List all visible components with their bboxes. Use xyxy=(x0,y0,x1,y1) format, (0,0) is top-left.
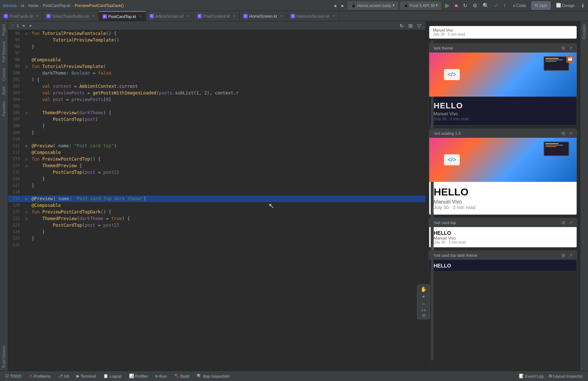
font-hero-img: </> xyxy=(429,138,577,182)
run-status-button[interactable]: ▶ Run xyxy=(153,373,169,379)
font-scaling-open[interactable]: ↗ xyxy=(568,130,574,136)
app-inspection-button[interactable]: 🔍 App Inspection xyxy=(194,373,232,379)
hand-tool-button[interactable]: ✋ xyxy=(418,285,429,293)
git-push[interactable]: ↑ xyxy=(502,2,508,9)
logcat-label: Logcat xyxy=(110,374,122,378)
info-button[interactable]: ℹ xyxy=(580,2,585,9)
zoom-reset-button[interactable]: 1:1 xyxy=(419,308,428,313)
profiler-button[interactable]: 📊 Profiler xyxy=(127,373,150,379)
tab-postcontent-label: PostContent.kt xyxy=(203,14,230,18)
post-top-dark-save[interactable]: ⊞ xyxy=(560,252,566,258)
refresh-preview[interactable]: ↻ xyxy=(398,22,405,29)
code-line-118: 118 xyxy=(8,189,426,195)
run-button[interactable]: ▶ xyxy=(444,1,451,10)
main-content: Project Pull Request Commit Build Favori… xyxy=(0,21,588,371)
event-log-button[interactable]: 📝 Event Log xyxy=(517,373,546,379)
gutter-114[interactable]: ⊟ xyxy=(23,163,30,169)
back-button[interactable]: ◂ xyxy=(332,2,338,9)
dark-theme-save[interactable]: ⊞ xyxy=(560,45,566,51)
code-view-button[interactable]: ≡ Code xyxy=(510,1,530,10)
preview-content[interactable]: Manuel Vivo July 30 · 3 min read Dark th… xyxy=(426,21,580,371)
gutter-94[interactable]: ⊟ xyxy=(23,31,30,36)
tab-interestsscreen[interactable]: K InterestsScreen.kt ✕ xyxy=(287,11,339,21)
tab-postcards-close[interactable]: ✕ xyxy=(36,14,39,18)
design-view-button[interactable]: ⬜ Design xyxy=(553,1,578,10)
tab-selecttopic[interactable]: K SelectTopicButton.kt ✕ xyxy=(43,11,99,21)
code-line-110: 110 xyxy=(8,136,426,143)
emulator-label[interactable]: Emulator xyxy=(581,23,587,40)
post-top-save[interactable]: ⊞ xyxy=(560,220,566,226)
sidebar-build[interactable]: Build xyxy=(1,85,7,96)
search-button[interactable]: 🔍 xyxy=(481,2,490,9)
code-96: } xyxy=(30,43,34,50)
gutter-113[interactable]: ⊟ xyxy=(23,157,30,162)
sidebar-commit[interactable]: Commit xyxy=(1,67,7,82)
kotlin-icon-2: K xyxy=(46,14,51,18)
refresh-button[interactable]: ↻ xyxy=(462,2,469,9)
tab-postcontent-close[interactable]: ✕ xyxy=(233,14,236,18)
layout-inspector-button[interactable]: ⊞ Layout Inspector xyxy=(546,373,585,379)
gutter-121[interactable]: ⊟ xyxy=(23,209,30,215)
post-top-author: Manuel Vivo xyxy=(434,236,572,240)
git-commit[interactable]: ✓ xyxy=(492,2,500,9)
stop-button[interactable]: ■ xyxy=(453,2,459,9)
tab-articlescreen-close[interactable]: ✕ xyxy=(187,14,190,18)
gutter-99[interactable]: ⊟ xyxy=(23,64,30,69)
filter-preview[interactable]: ▽ xyxy=(416,22,423,29)
editor-content[interactable]: 94 ⊟ fun TutorialPreviewFontscale() { 95… xyxy=(8,30,426,371)
build-button[interactable]: 🔨 Build xyxy=(172,373,191,379)
sidebar-project[interactable]: Project xyxy=(1,23,7,37)
code-95: TutorialPreviewTemplate() xyxy=(30,37,119,43)
terminal-icon: ▶ xyxy=(76,374,79,378)
tab-postcards[interactable]: K PostCards.kt ✕ xyxy=(0,11,43,21)
zoom-out-button[interactable]: − xyxy=(420,300,427,308)
gutter-111[interactable]: ⚙ xyxy=(23,143,30,149)
next-preview[interactable]: ▸ xyxy=(28,22,33,29)
breadcrumb-file[interactable]: PostCardTop.kt xyxy=(43,3,70,8)
toggle-view[interactable]: ⊞ xyxy=(407,22,414,29)
line-num-103: 103 xyxy=(8,90,23,96)
dark-theme-open[interactable]: ↗ xyxy=(568,45,574,51)
preview-panel: Manuel Vivo July 30 · 3 min read Dark th… xyxy=(426,21,580,371)
breadcrumb-function[interactable]: PreviewPostCardTopDark() xyxy=(75,3,123,8)
font-scaling-save[interactable]: ⊞ xyxy=(560,130,566,136)
breadcrumb-home[interactable]: home xyxy=(28,3,39,8)
gutter-106[interactable]: ⊟ xyxy=(23,110,30,116)
fit-button[interactable]: ⊡ xyxy=(420,313,427,318)
post-top-label: Post card top xyxy=(432,220,456,225)
tab-homescreen[interactable]: K HomeScreen.kt ✕ xyxy=(240,11,287,21)
todo-button[interactable]: ☑ TODO xyxy=(3,373,24,379)
sidebar-pullrequest[interactable]: Pull Request xyxy=(1,40,7,64)
git-button[interactable]: ⎇ Git xyxy=(56,373,71,379)
code-line-113: 113 ⊟ fun PreviewPostCardTop() { xyxy=(8,156,426,162)
tab-selecttopic-close[interactable]: ✕ xyxy=(92,14,95,18)
tab-articlescreen[interactable]: K ArticleScreen.kt ✕ xyxy=(146,11,194,21)
problems-button[interactable]: ⚠ Problems xyxy=(27,373,53,379)
sidebar-favorites[interactable]: Favorites xyxy=(1,100,7,118)
device-selector[interactable]: 📱 Home screen body ▾ xyxy=(348,1,398,10)
post-top-open[interactable]: ↗ xyxy=(568,220,574,226)
code-line-105: 105 xyxy=(8,103,426,109)
gutter-119[interactable]: ⚙ xyxy=(23,196,30,202)
sidebar-buildvariants[interactable]: Build Variants xyxy=(1,344,7,369)
settings-button[interactable]: ⚙ xyxy=(471,2,479,9)
prev-preview[interactable]: ◂ xyxy=(21,22,26,29)
logcat-button[interactable]: 📋 Logcat xyxy=(101,373,124,379)
post-top-dark-open[interactable]: ↗ xyxy=(568,252,574,258)
zoom-in-button[interactable]: + xyxy=(420,293,427,300)
breadcrumb-ui[interactable]: ui xyxy=(21,3,24,8)
forward-button[interactable]: ▸ xyxy=(340,2,345,9)
api-selector[interactable]: 📱 Pixel 5 API 30 ▾ xyxy=(400,1,442,10)
tab-interestsscreen-close[interactable]: ✕ xyxy=(332,14,335,18)
split-view-button[interactable]: ⊟ Split xyxy=(531,1,550,10)
tab-postcardtop[interactable]: K PostCardTop.kt ✕ xyxy=(99,11,146,21)
status-right: 📝 Event Log ⊞ Layout Inspector xyxy=(517,373,585,379)
tab-postcardtop-close[interactable]: ✕ xyxy=(139,14,142,18)
tab-postcontent[interactable]: K PostContent.kt ✕ xyxy=(194,11,240,21)
code-line-109: 109 } xyxy=(8,129,426,136)
gutter-122[interactable]: ⊟ xyxy=(23,216,30,222)
tab-homescreen-close[interactable]: ✕ xyxy=(280,14,283,18)
font-hero-laptop xyxy=(544,141,569,160)
breadcrumb-project[interactable]: jetnews xyxy=(3,3,17,8)
terminal-button[interactable]: ▶ Terminal xyxy=(74,373,98,379)
